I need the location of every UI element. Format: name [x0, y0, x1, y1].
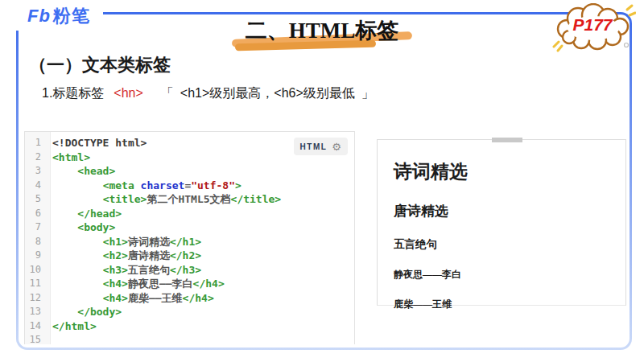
code-token: </title>: [231, 193, 282, 205]
editor-html-tab[interactable]: HTML ⚙: [294, 138, 348, 155]
page-number: P177: [552, 15, 633, 35]
code-line: 11 <h4>静夜思——李白</h4>: [25, 277, 354, 291]
gear-icon[interactable]: ⚙: [332, 142, 341, 152]
slide-title: 二、HTML标签: [225, 16, 419, 45]
code-token: <head>: [77, 165, 115, 177]
code-line: 5 <title>第二个HTML5文档</title>: [25, 192, 354, 207]
code-token: <h4>: [103, 292, 128, 304]
section-heading: （一）文本类标签: [29, 53, 171, 77]
code-token: </h1>: [170, 236, 201, 248]
code-token: </h4>: [183, 292, 214, 304]
code-token: <!DOCTYPE html>: [52, 137, 147, 149]
code-line: 8 <h1>诗词精选</h1>: [25, 235, 354, 249]
code-line: 4 <meta charset="utf-8">: [25, 179, 354, 193]
code-token: [52, 264, 103, 276]
code-token: >: [235, 179, 242, 191]
code-token: charset: [141, 179, 185, 191]
code-token: [52, 208, 77, 220]
code-token: </head>: [77, 208, 122, 220]
code-token: [52, 221, 77, 233]
code-token: 静夜思——李白: [128, 278, 193, 290]
code-token: [52, 306, 77, 318]
code-token: <h2>: [103, 249, 128, 261]
code-token: [52, 236, 103, 248]
preview-h4-first: 静夜思——李白: [378, 268, 625, 282]
code-line: 10 <h3>五言绝句</h3>: [25, 263, 354, 278]
code-editor-panel[interactable]: 1<!DOCTYPE html>2<html>3 <head>4 <meta c…: [24, 131, 355, 344]
preview-h4-second: 鹿柴——王维: [378, 298, 625, 311]
code-token: [52, 165, 77, 177]
code-token: 诗词精选: [128, 236, 170, 248]
code-line: 15: [25, 333, 354, 344]
code-line: 12 <h4>鹿柴——王维</h4>: [25, 291, 354, 306]
fenbi-logo: Fb粉笔: [27, 4, 90, 28]
code-token: </html>: [52, 320, 97, 332]
preview-h3: 五言绝句: [378, 237, 625, 252]
code-token: </h4>: [193, 278, 225, 290]
code-token: </h2>: [170, 249, 201, 261]
code-token: 五言绝句: [128, 264, 170, 276]
line-number: 4: [25, 179, 47, 193]
code-token: [52, 292, 103, 304]
code-token: <meta: [103, 179, 141, 191]
code-token: <html>: [52, 151, 90, 163]
code-token: 第二个HTML5文档: [147, 193, 230, 205]
line-number: 5: [25, 192, 47, 207]
line-number: 13: [25, 305, 47, 319]
code-line: 13 </body>: [25, 305, 354, 319]
fenbi-logo-icon: Fb: [27, 6, 51, 26]
item-note: <h1>级别最高，<h6>级别最低: [180, 86, 355, 100]
line-number: 2: [25, 150, 47, 165]
code-line: 6 </head>: [25, 207, 354, 221]
code-token: 唐诗精选: [128, 249, 170, 261]
line-number: 15: [25, 333, 47, 344]
page-number-badge: P177: [552, 3, 636, 51]
code-token: [52, 193, 103, 205]
editor-tab-label: HTML: [300, 142, 328, 151]
code-line: 14</html>: [25, 319, 354, 334]
code-token: </h3>: [170, 264, 201, 276]
fenbi-logo-label: 粉笔: [53, 6, 90, 26]
line-number: 9: [25, 249, 47, 263]
code-lines[interactable]: 1<!DOCTYPE html>2<html>3 <head>4 <meta c…: [25, 136, 354, 344]
code-token: [52, 249, 103, 261]
line-number: 6: [25, 207, 47, 221]
render-preview-panel: 诗词精选 唐诗精选 五言绝句 静夜思——李白 鹿柴——王维: [377, 139, 626, 306]
preview-h2: 唐诗精选: [378, 202, 625, 220]
code-token: "utf-8": [191, 179, 235, 191]
code-token: 鹿柴——王维: [128, 292, 183, 304]
panel-drag-handle[interactable]: [492, 138, 522, 142]
line-number: 7: [25, 220, 47, 235]
code-line: 3 <head>: [25, 164, 354, 179]
code-token: <title>: [103, 193, 147, 205]
code-token: <h1>: [103, 236, 128, 248]
line-number: 8: [25, 235, 47, 249]
bracket-open: 「: [161, 86, 174, 100]
code-line: 7 <body>: [25, 220, 354, 235]
code-token: </body>: [77, 306, 122, 318]
code-line: 9 <h2>唐诗精选</h2>: [25, 249, 354, 263]
slide-title-group: 二、HTML标签: [225, 14, 419, 53]
preview-h1: 诗词精选: [378, 159, 625, 184]
line-number: 11: [25, 277, 47, 291]
line-number: 1: [25, 136, 47, 150]
line-number: 10: [25, 263, 47, 278]
hn-tag-label: <hn>: [114, 86, 142, 100]
code-token: [52, 179, 103, 191]
bracket-close: 」: [361, 86, 374, 100]
line-number: 14: [25, 319, 47, 334]
code-token: <h4>: [103, 278, 128, 290]
code-token: <body>: [77, 221, 115, 233]
line-number: 12: [25, 291, 47, 306]
lesson-item-line: 1.标题标签<hn>「<h1>级别最高，<h6>级别最低」: [42, 85, 381, 102]
item-prefix: 1.标题标签: [42, 86, 104, 100]
line-number: 3: [25, 164, 47, 179]
code-token: <h3>: [103, 264, 128, 276]
code-token: [52, 278, 103, 290]
